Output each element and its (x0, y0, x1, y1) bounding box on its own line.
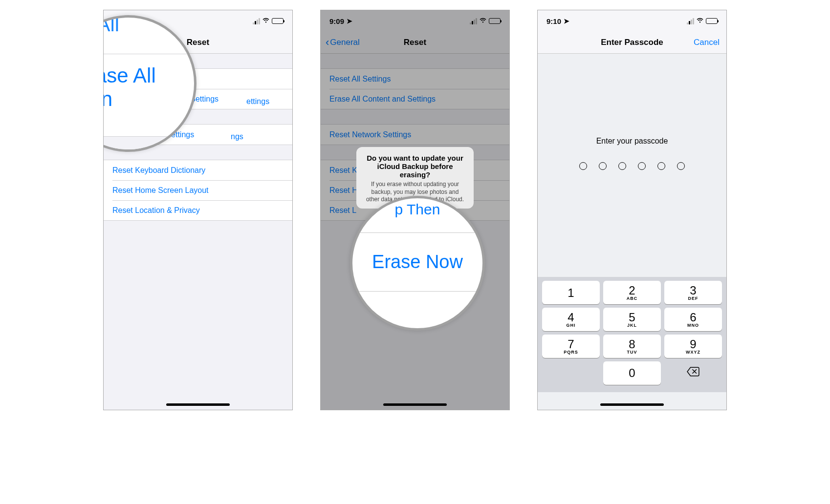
status-bar: 9:10 ➤ (538, 10, 726, 32)
partial-text-ngs: ngs (231, 132, 243, 141)
reset-location-privacy-row[interactable]: Reset Location & Privacy (104, 200, 292, 220)
home-indicator[interactable] (600, 403, 664, 406)
passcode-area: Enter your passcode (538, 137, 726, 170)
keypad-blank (542, 361, 600, 385)
erase-now-button[interactable]: Erase Now (352, 233, 482, 291)
wifi-icon (696, 17, 704, 25)
nav-header: Enter Passcode Cancel (538, 32, 726, 54)
numeric-keypad: 1 2ABC 3DEF 4GHI 5JKL 6MNO 7PQRS 8TUV 9W… (538, 277, 726, 392)
keypad-3[interactable]: 3DEF (664, 281, 722, 304)
keypad-9[interactable]: 9WXYZ (664, 335, 722, 358)
phone-screenshot-3: 9:10 ➤ Enter Passcode Cancel Enter your … (537, 10, 727, 410)
battery-icon (272, 18, 284, 24)
reset-keyboard-row[interactable]: Reset Keyboard Dictionary (104, 160, 292, 180)
nav-title: Enter Passcode (601, 38, 663, 47)
backspace-icon (687, 367, 699, 379)
passcode-prompt: Enter your passcode (538, 137, 726, 146)
wifi-icon (262, 17, 270, 25)
home-indicator[interactable] (166, 403, 230, 406)
battery-icon (706, 18, 718, 24)
passcode-dot (599, 162, 607, 170)
signal-icon (253, 18, 260, 24)
home-indicator[interactable] (383, 403, 447, 406)
passcode-dots (538, 162, 726, 170)
partial-text-ettings: ettings (246, 97, 269, 106)
reset-home-screen-row[interactable]: Reset Home Screen Layout (104, 180, 292, 200)
keypad-5[interactable]: 5JKL (603, 308, 661, 331)
location-arrow-icon: ➤ (564, 17, 569, 25)
phone-screenshot-1: 9:09 ➤ Reset Reset All Settings Erase Al… (103, 10, 293, 410)
status-time: 9:10 (546, 17, 561, 25)
nav-title: Reset (187, 38, 209, 47)
dialog-title: Do you want to update your iCloud Backup… (356, 154, 474, 179)
keypad-delete[interactable] (664, 361, 722, 385)
passcode-dot (618, 162, 626, 170)
keypad-1[interactable]: 1 (542, 281, 600, 304)
passcode-dot (579, 162, 587, 170)
signal-icon (687, 18, 694, 24)
keypad-6[interactable]: 6MNO (664, 308, 722, 331)
keypad-0[interactable]: 0 (603, 361, 661, 385)
magnifier-loupe: p Then Erase Now (350, 196, 485, 331)
loupe-bottom-partial (352, 292, 482, 306)
passcode-dot (677, 162, 685, 170)
passcode-dot (657, 162, 665, 170)
list-group-3: Reset Keyboard Dictionary Reset Home Scr… (104, 160, 292, 221)
loupe-highlight-erase-all[interactable]: Erase All Con (103, 54, 194, 121)
passcode-dot (638, 162, 646, 170)
keypad-8[interactable]: 8TUV (603, 335, 661, 358)
phone-screenshot-2: 9:09 ➤ ‹General Reset Reset All Settings… (320, 10, 510, 410)
cancel-button[interactable]: Cancel (694, 38, 720, 47)
keypad-2[interactable]: 2ABC (603, 281, 661, 304)
keypad-4[interactable]: 4GHI (542, 308, 600, 331)
keypad-7[interactable]: 7PQRS (542, 335, 600, 358)
